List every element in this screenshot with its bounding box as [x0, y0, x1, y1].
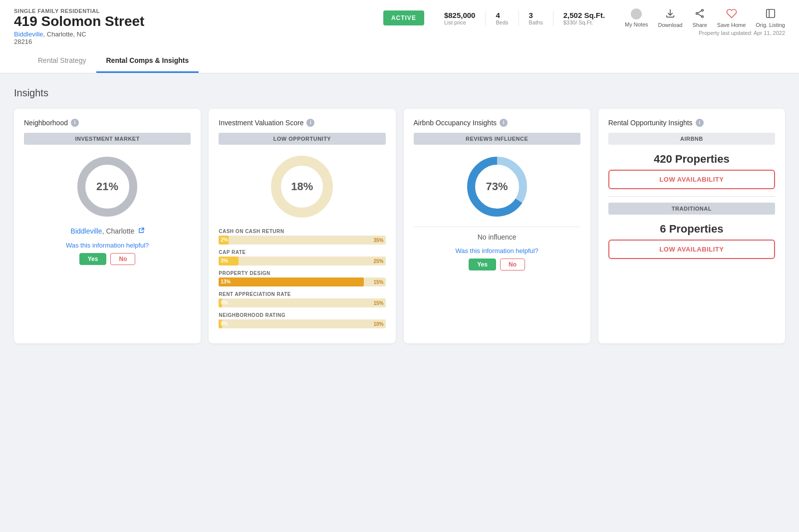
orig-listing-icon [765, 8, 776, 20]
property-design-label: PROPERTY DESIGN [219, 270, 385, 276]
property-design-track: 13% 15% [219, 277, 385, 286]
neighborhood-no-button[interactable]: No [110, 253, 135, 265]
neighborhood-location-link[interactable]: Biddleville [71, 227, 102, 235]
beds-value: 4 [496, 11, 508, 19]
header-right-top: ACTIVE $825,000 List price 4 Beds 3 Bath… [383, 8, 785, 28]
orig-listing-button[interactable]: Orig. Listing [756, 8, 785, 28]
airbnb-card: Airbnb Occupancy Insights i REVIEWS INFL… [404, 109, 590, 343]
location-link[interactable]: Biddleville [14, 30, 43, 38]
no-influence-text: No influence [414, 233, 580, 241]
neighborhood-rating-fill: 0% [219, 319, 222, 328]
rental-opportunity-card: Rental Opportunity Insights i AIRBNB 420… [598, 109, 785, 343]
traditional-opportunity-badge: TRADITIONAL [608, 203, 775, 215]
airbnb-percent: 73% [486, 180, 508, 193]
tab-rental-comps[interactable]: Rental Comps & Insights [96, 49, 199, 73]
neighborhood-donut-container: 21% [24, 152, 191, 222]
location-city: , Charlotte, NC [43, 30, 86, 38]
airbnb-opportunity-section: AIRBNB 420 Properties LOW AVAILABILITY [608, 133, 775, 189]
airbnb-no-button[interactable]: No [500, 259, 525, 270]
neighborhood-location: Biddleville, Charlotte [24, 227, 191, 236]
header-actions: My Notes Download Share [625, 8, 785, 28]
rental-opportunity-info-icon[interactable]: i [696, 119, 704, 127]
airbnb-helpful-label: Was this information helpful? [414, 247, 580, 255]
property-zip: 28216 [14, 38, 144, 45]
header-top: SINGLE FAMILY RESIDENTIAL 419 Solomon St… [14, 8, 785, 45]
insights-title: Insights [14, 87, 785, 99]
share-icon [694, 8, 705, 20]
my-notes-button[interactable]: My Notes [625, 8, 648, 27]
opportunity-divider [608, 196, 775, 197]
svg-point-2 [702, 16, 704, 18]
cash-on-cash-track: 2% 35% [219, 236, 385, 245]
investment-percent: 18% [291, 180, 313, 193]
traditional-opportunity-section: TRADITIONAL 6 Properties LOW AVAILABILIT… [608, 203, 775, 259]
property-name: 419 Solomon Street [14, 14, 144, 29]
property-design-max: 15% [373, 279, 383, 284]
airbnb-badge: REVIEWS INFLUENCE [414, 133, 580, 145]
airbnb-divider [414, 227, 580, 227]
neighborhood-badge: INVESTMENT MARKET [24, 133, 191, 145]
rent-appreciation-fill-label: 0% [221, 300, 228, 305]
airbnb-donut: 73% [462, 152, 532, 222]
rent-appreciation-max: 15% [373, 300, 383, 305]
status-badge: ACTIVE [383, 10, 424, 25]
download-label: Download [658, 22, 683, 28]
list-price-label: List price [444, 19, 476, 25]
neighborhood-yes-button[interactable]: Yes [79, 253, 107, 265]
download-button[interactable]: Download [658, 8, 683, 28]
investment-donut: 18% [267, 152, 337, 222]
svg-point-1 [696, 12, 698, 14]
sqft-per: $330/ Sq.Ft. [563, 19, 605, 25]
share-button[interactable]: Share [692, 8, 707, 28]
neighborhood-rating-track: 0% 10% [219, 319, 385, 328]
airbnb-availability-badge[interactable]: LOW AVAILABILITY [608, 170, 775, 189]
sqft-stat: 2,502 Sq.Ft. $330/ Sq.Ft. [553, 11, 615, 25]
my-notes-icon [631, 8, 642, 19]
property-location: Biddleville, Charlotte, NC [14, 30, 144, 38]
list-price-stat: $825,000 List price [434, 11, 486, 25]
property-design-fill-label: 13% [221, 279, 231, 284]
save-home-button[interactable]: Save Home [717, 8, 746, 28]
airbnb-donut-container: 73% [414, 152, 580, 222]
neighborhood-rating-fill-label: 0% [221, 321, 228, 326]
neighborhood-location-extra: , Charlotte [102, 227, 135, 235]
cap-rate-fill: 3% [219, 257, 239, 266]
airbnb-opportunity-badge: AIRBNB [608, 133, 775, 145]
header-right: ACTIVE $825,000 List price 4 Beds 3 Bath… [383, 8, 785, 36]
neighborhood-helpful-section: Was this information helpful? Yes No [24, 242, 191, 265]
investment-badge: LOW OPPORTUNITY [219, 133, 385, 145]
neighborhood-info-icon[interactable]: i [71, 119, 79, 127]
airbnb-helpful-btns: Yes No [414, 259, 580, 270]
investment-card: Investment Valuation Score i LOW OPPORTU… [209, 109, 395, 343]
neighborhood-title-text: Neighborhood [24, 119, 68, 127]
svg-line-4 [698, 11, 701, 13]
orig-listing-label: Orig. Listing [756, 22, 785, 28]
investment-donut-container: 18% [219, 152, 385, 222]
airbnb-yes-button[interactable]: Yes [469, 259, 496, 270]
property-info: SINGLE FAMILY RESIDENTIAL 419 Solomon St… [14, 8, 144, 45]
baths-label: Baths [529, 19, 543, 25]
investment-info-icon[interactable]: i [306, 119, 314, 127]
cap-rate-fill-label: 3% [221, 258, 228, 264]
main-content: Insights Neighborhood i INVESTMENT MARKE… [0, 73, 799, 357]
header: SINGLE FAMILY RESIDENTIAL 419 Solomon St… [0, 0, 799, 73]
page-wrapper: SINGLE FAMILY RESIDENTIAL 419 Solomon St… [0, 0, 799, 357]
airbnb-count: 420 Properties [608, 153, 775, 166]
rental-opportunity-title-text: Rental Opportunity Insights [608, 119, 693, 127]
save-home-label: Save Home [717, 22, 746, 28]
neighborhood-rating-bar: NEIGHBORHOOD RATING 0% 10% [219, 312, 385, 328]
traditional-availability-badge[interactable]: LOW AVAILABILITY [608, 240, 775, 259]
svg-line-3 [698, 14, 701, 16]
cash-on-cash-fill-label: 2% [221, 237, 228, 243]
share-label: Share [692, 22, 707, 28]
investment-card-title: Investment Valuation Score i [219, 119, 385, 127]
property-design-fill: 13% [219, 277, 364, 286]
neighborhood-helpful-label: Was this information helpful? [24, 242, 191, 249]
neighborhood-rating-label: NEIGHBORHOOD RATING [219, 312, 385, 318]
rental-opportunity-title: Rental Opportunity Insights i [608, 119, 775, 127]
airbnb-info-icon[interactable]: i [500, 119, 508, 127]
tab-rental-strategy[interactable]: Rental Strategy [28, 49, 96, 73]
cards-grid: Neighborhood i INVESTMENT MARKET 21% [14, 109, 785, 343]
neighborhood-card-title: Neighborhood i [24, 119, 191, 127]
investment-bars: CASH ON CASH RETURN 2% 35% CAP RATE [219, 229, 385, 328]
